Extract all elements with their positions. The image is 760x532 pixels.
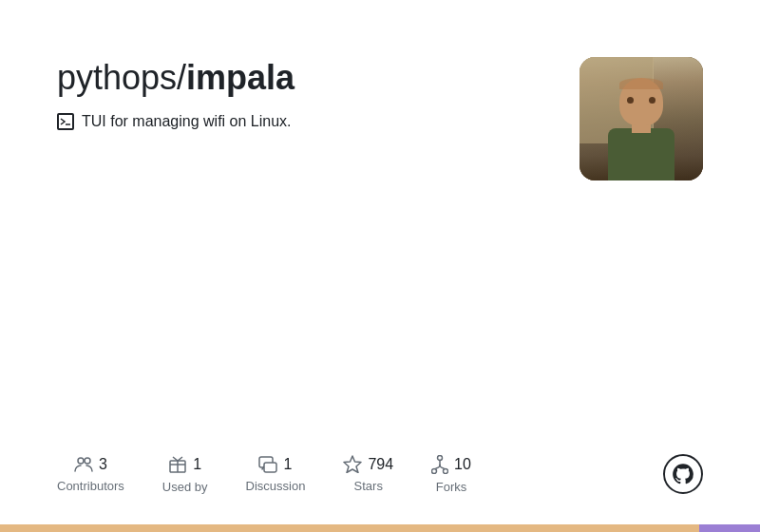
repo-name[interactable]: impala (186, 58, 294, 97)
avatar-head-top (619, 78, 663, 89)
stars-count: 794 (368, 456, 393, 473)
stat-forks-top: 10 (431, 455, 471, 474)
stat-discussion[interactable]: 1 Discussion (246, 456, 306, 493)
used-by-label: Used by (162, 480, 208, 494)
repo-owner[interactable]: pythops/ (57, 58, 186, 97)
stat-forks[interactable]: 10 Forks (431, 455, 471, 494)
forks-label: Forks (436, 480, 467, 494)
svg-point-1 (78, 458, 84, 464)
bottom-bar (0, 524, 760, 532)
svg-point-9 (444, 468, 448, 473)
svg-marker-6 (344, 456, 361, 473)
stats-row: 3 Contributors 1 Used by (57, 397, 703, 494)
svg-point-2 (85, 458, 90, 464)
package-icon (168, 455, 187, 474)
avatar-body (608, 128, 674, 180)
main-content: pythops/impala TUI for managing wifi on … (0, 0, 760, 532)
star-icon (343, 455, 362, 473)
stars-label: Stars (354, 479, 383, 493)
used-by-count: 1 (193, 456, 201, 473)
top-row: pythops/impala TUI for managing wifi on … (57, 57, 703, 180)
contributors-icon (74, 456, 93, 473)
stat-used-by-top: 1 (168, 455, 201, 474)
forks-count: 10 (454, 456, 471, 473)
terminal-icon (57, 113, 74, 130)
stat-discussion-top: 1 (258, 456, 292, 473)
svg-rect-5 (264, 463, 276, 472)
repo-description: TUI for managing wifi on Linux. (57, 113, 542, 130)
stat-stars-top: 794 (343, 455, 393, 473)
description-text: TUI for managing wifi on Linux. (82, 113, 292, 130)
bar-segment-1 (0, 524, 699, 532)
avatar-container (580, 57, 703, 180)
repo-info: pythops/impala TUI for managing wifi on … (57, 57, 542, 130)
stat-used-by[interactable]: 1 Used by (162, 455, 208, 494)
stat-stars[interactable]: 794 Stars (343, 455, 393, 493)
github-logo-button[interactable] (663, 454, 703, 494)
repo-title: pythops/impala (57, 57, 542, 98)
discussion-icon (258, 456, 277, 473)
stat-contributors[interactable]: 3 Contributors (57, 456, 124, 493)
discussion-label: Discussion (246, 479, 306, 493)
contributors-label: Contributors (57, 479, 124, 493)
svg-point-8 (432, 468, 437, 473)
forks-icon (431, 455, 448, 474)
github-logo (663, 454, 703, 494)
avatar (580, 57, 703, 180)
avatar-eyes (627, 97, 656, 104)
stat-contributors-top: 3 (74, 456, 107, 473)
bar-segment-2 (699, 524, 760, 532)
discussion-count: 1 (283, 456, 292, 473)
contributors-count: 3 (99, 456, 107, 473)
